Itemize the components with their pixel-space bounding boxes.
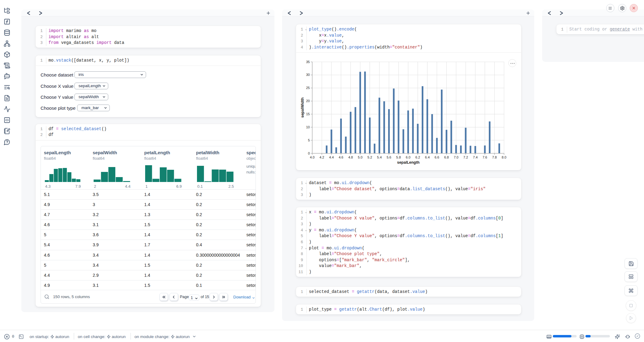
svg-text:7.4: 7.4 [473,155,478,159]
svg-text:10: 10 [306,125,310,129]
svg-text:25: 25 [306,86,310,90]
svg-text:6.8: 6.8 [444,155,449,159]
svg-text:6.6: 6.6 [435,155,439,159]
svg-text:15: 15 [306,112,310,116]
svg-text:5.4: 5.4 [377,155,382,159]
svg-text:7.0: 7.0 [454,155,458,159]
svg-text:5.0: 5.0 [358,155,363,159]
svg-text:5.2: 5.2 [367,155,372,159]
svg-text:4.8: 4.8 [348,155,353,159]
svg-text:8.0: 8.0 [502,155,506,159]
svg-text:30: 30 [306,73,310,77]
svg-text:4.0: 4.0 [310,155,314,159]
svg-text:5: 5 [308,138,310,142]
svg-text:5.6: 5.6 [387,155,391,159]
svg-text:0: 0 [308,151,310,155]
svg-text:6.2: 6.2 [415,155,420,159]
svg-text:7.2: 7.2 [463,155,468,159]
svg-text:4.6: 4.6 [339,155,343,159]
svg-text:6.0: 6.0 [406,155,410,159]
svg-text:7.8: 7.8 [492,155,497,159]
svg-text:35: 35 [306,60,310,64]
svg-text:7.6: 7.6 [482,155,487,159]
svg-text:sepalWidth: sepalWidth [300,98,305,118]
svg-text:4.4: 4.4 [329,155,334,159]
svg-text:6.4: 6.4 [425,155,430,159]
svg-text:sepalLength: sepalLength [397,160,420,165]
svg-text:5.8: 5.8 [396,155,401,159]
svg-text:20: 20 [306,99,310,103]
svg-text:4.2: 4.2 [320,155,324,159]
